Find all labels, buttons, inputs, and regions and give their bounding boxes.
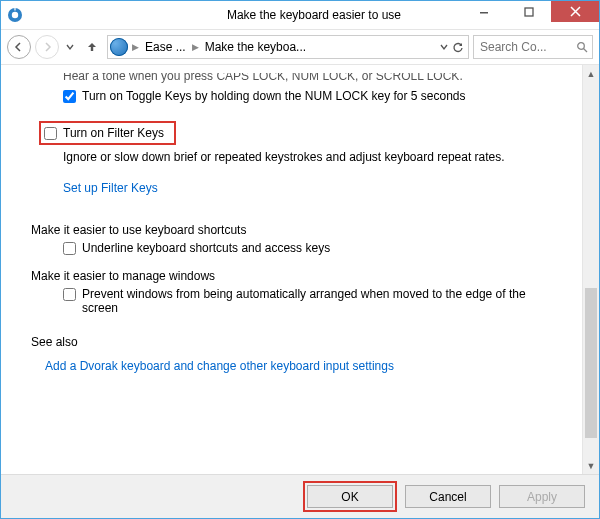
- breadcrumb-current[interactable]: Make the keyboa...: [203, 40, 308, 54]
- toggle-keys-row: Turn on Toggle Keys by holding down the …: [63, 89, 564, 103]
- filter-keys-label: Turn on Filter Keys: [63, 126, 164, 140]
- svg-rect-4: [525, 8, 533, 16]
- content-area: Hear a tone when you press CAPS LOCK, NU…: [1, 65, 599, 474]
- navigation-bar: ▶ Ease ... ▶ Make the keyboa...: [1, 30, 599, 65]
- prevent-checkbox[interactable]: [63, 288, 76, 301]
- svg-rect-3: [480, 12, 488, 14]
- control-panel-icon: [110, 38, 128, 56]
- vertical-scrollbar[interactable]: ▲ ▼: [582, 65, 599, 474]
- section-keyboard-shortcuts: Make it easier to use keyboard shortcuts: [31, 223, 564, 237]
- breadcrumb-ease[interactable]: Ease ...: [143, 40, 188, 54]
- scroll-up-icon[interactable]: ▲: [583, 65, 599, 82]
- section-manage-windows: Make it easier to manage windows: [31, 269, 564, 283]
- truncated-text: Hear a tone when you press CAPS LOCK, NU…: [63, 73, 564, 85]
- cancel-button[interactable]: Cancel: [405, 485, 491, 508]
- back-button[interactable]: [7, 35, 31, 59]
- dvorak-link[interactable]: Add a Dvorak keyboard and change other k…: [45, 359, 394, 373]
- window-frame: Make the keyboard easier to use: [0, 0, 600, 519]
- svg-point-1: [12, 12, 18, 18]
- scroll-track[interactable]: [583, 82, 599, 457]
- up-button[interactable]: [81, 36, 103, 58]
- prevent-row: Prevent windows from being automatically…: [63, 287, 564, 315]
- dialog-footer: OK Cancel Apply: [1, 474, 599, 518]
- svg-point-5: [578, 43, 585, 50]
- search-icon[interactable]: [576, 41, 588, 53]
- prevent-label: Prevent windows from being automatically…: [82, 287, 564, 315]
- ok-button[interactable]: OK: [307, 485, 393, 508]
- chevron-right-icon: ▶: [130, 42, 141, 52]
- see-also-heading: See also: [31, 335, 564, 349]
- scroll-thumb[interactable]: [585, 288, 597, 438]
- ok-highlight: OK: [303, 481, 397, 512]
- setup-filter-keys-link[interactable]: Set up Filter Keys: [63, 181, 158, 195]
- dropdown-icon[interactable]: [440, 43, 448, 51]
- window-icon: [1, 7, 29, 23]
- history-dropdown[interactable]: [63, 43, 77, 51]
- chevron-right-icon: ▶: [190, 42, 201, 52]
- underline-label: Underline keyboard shortcuts and access …: [82, 241, 330, 255]
- filter-keys-row: Turn on Filter Keys: [39, 121, 176, 145]
- address-bar[interactable]: ▶ Ease ... ▶ Make the keyboa...: [107, 35, 469, 59]
- close-button[interactable]: [551, 1, 599, 22]
- search-box[interactable]: [473, 35, 593, 59]
- window-controls: [461, 1, 599, 22]
- svg-rect-2: [14, 8, 15, 11]
- maximize-button[interactable]: [506, 1, 551, 22]
- minimize-button[interactable]: [461, 1, 506, 22]
- forward-button[interactable]: [35, 35, 59, 59]
- scroll-down-icon[interactable]: ▼: [583, 457, 599, 474]
- toggle-keys-checkbox[interactable]: [63, 90, 76, 103]
- underline-row: Underline keyboard shortcuts and access …: [63, 241, 564, 255]
- filter-keys-description: Ignore or slow down brief or repeated ke…: [63, 149, 564, 165]
- refresh-icon[interactable]: [452, 41, 464, 53]
- filter-keys-checkbox[interactable]: [44, 127, 57, 140]
- underline-checkbox[interactable]: [63, 242, 76, 255]
- search-input[interactable]: [478, 39, 572, 55]
- apply-button[interactable]: Apply: [499, 485, 585, 508]
- svg-line-6: [584, 49, 588, 53]
- toggle-keys-label: Turn on Toggle Keys by holding down the …: [82, 89, 466, 103]
- titlebar: Make the keyboard easier to use: [1, 1, 599, 30]
- content-pane: Hear a tone when you press CAPS LOCK, NU…: [1, 65, 582, 474]
